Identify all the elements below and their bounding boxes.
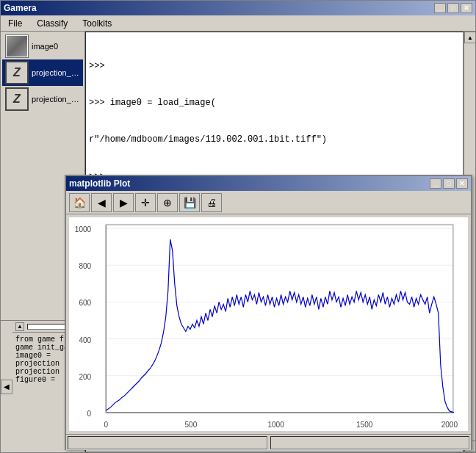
toolbar-save-btn[interactable]: 💾 bbox=[179, 193, 200, 212]
projection-col-icon: Z bbox=[5, 61, 29, 84]
sidebar-item-image0-label: image0 bbox=[32, 42, 58, 51]
svg-text:200: 200 bbox=[79, 373, 91, 381]
console-line-0: >>> bbox=[89, 60, 460, 73]
menu-file[interactable]: File bbox=[4, 17, 26, 30]
sidebar-expand-arrow[interactable]: ◀ bbox=[1, 380, 12, 394]
image0-thumb-inner bbox=[7, 36, 27, 57]
toolbar-print-btn[interactable]: 🖨 bbox=[201, 193, 222, 212]
toolbar-forward-btn[interactable]: ▶ bbox=[113, 193, 134, 212]
sidebar-bottom-scroll-up[interactable]: ▲ bbox=[15, 322, 24, 331]
svg-text:1000: 1000 bbox=[267, 421, 284, 429]
svg-text:2000: 2000 bbox=[441, 421, 458, 429]
svg-text:0: 0 bbox=[87, 410, 92, 418]
plot-status-right bbox=[270, 436, 470, 449]
title-bar-buttons: _ □ ✕ bbox=[434, 3, 472, 13]
scroll-up-arrow[interactable]: ▲ bbox=[464, 32, 475, 43]
plot-title: matplotlib Plot bbox=[69, 178, 130, 189]
svg-rect-0 bbox=[69, 217, 468, 431]
plot-window: matplotlib Plot _ □ ✕ 🏠 ◀ ▶ ✛ ⊕ 💾 🖨 0 20… bbox=[65, 175, 472, 450]
menu-classify[interactable]: Classify bbox=[32, 17, 72, 30]
toolbar-move-btn[interactable]: ✛ bbox=[135, 193, 156, 212]
app-title: Gamera bbox=[4, 3, 37, 13]
plot-maximize-btn[interactable]: □ bbox=[443, 178, 455, 189]
console-line-2: r"/home/mdboom/images/119.002.001.1bit.t… bbox=[89, 134, 460, 146]
plot-title-bar: matplotlib Plot _ □ ✕ bbox=[66, 176, 471, 191]
sidebar-item-projection-col[interactable]: Z projection_col bbox=[2, 59, 83, 86]
sidebar-item-projection-col-label: projection_col bbox=[32, 68, 80, 77]
plot-toolbar: 🏠 ◀ ▶ ✛ ⊕ 💾 🖨 bbox=[66, 191, 471, 214]
svg-text:500: 500 bbox=[185, 421, 198, 429]
svg-text:400: 400 bbox=[79, 336, 91, 344]
toolbar-home-btn[interactable]: 🏠 bbox=[69, 193, 90, 212]
menu-toolkits[interactable]: Toolkits bbox=[78, 17, 116, 30]
toolbar-back-btn[interactable]: ◀ bbox=[91, 193, 112, 212]
minimize-button[interactable]: _ bbox=[434, 3, 446, 13]
title-bar: Gamera _ □ ✕ bbox=[1, 1, 475, 15]
svg-text:1500: 1500 bbox=[356, 421, 373, 429]
svg-text:600: 600 bbox=[79, 299, 91, 307]
svg-text:0: 0 bbox=[104, 421, 108, 429]
close-button[interactable]: ✕ bbox=[461, 3, 472, 13]
sidebar-item-projection-row[interactable]: Z projection_row bbox=[2, 86, 83, 112]
toolbar-zoom-btn[interactable]: ⊕ bbox=[157, 193, 178, 212]
plot-statusbar bbox=[66, 434, 471, 450]
sidebar-item-projection-row-label: projection_row bbox=[32, 95, 80, 104]
menu-bar: File Classify Toolkits bbox=[1, 15, 475, 32]
svg-text:1000: 1000 bbox=[75, 225, 92, 233]
plot-area: 0 200 400 600 800 1000 0 500 1000 1500 2… bbox=[69, 217, 468, 431]
plot-minimize-btn[interactable]: _ bbox=[430, 178, 441, 189]
sidebar-item-image0[interactable]: image0 bbox=[2, 33, 83, 59]
plot-svg: 0 200 400 600 800 1000 0 500 1000 1500 2… bbox=[69, 217, 468, 431]
projection-row-icon: Z bbox=[5, 87, 29, 111]
plot-close-btn[interactable]: ✕ bbox=[456, 178, 468, 189]
maximize-button[interactable]: □ bbox=[447, 3, 459, 13]
svg-text:800: 800 bbox=[79, 262, 91, 270]
console-line-1: >>> image0 = load_image( bbox=[89, 97, 460, 109]
image0-thumbnail bbox=[5, 35, 29, 58]
plot-title-buttons: _ □ ✕ bbox=[430, 178, 468, 189]
plot-status-left bbox=[68, 436, 267, 449]
